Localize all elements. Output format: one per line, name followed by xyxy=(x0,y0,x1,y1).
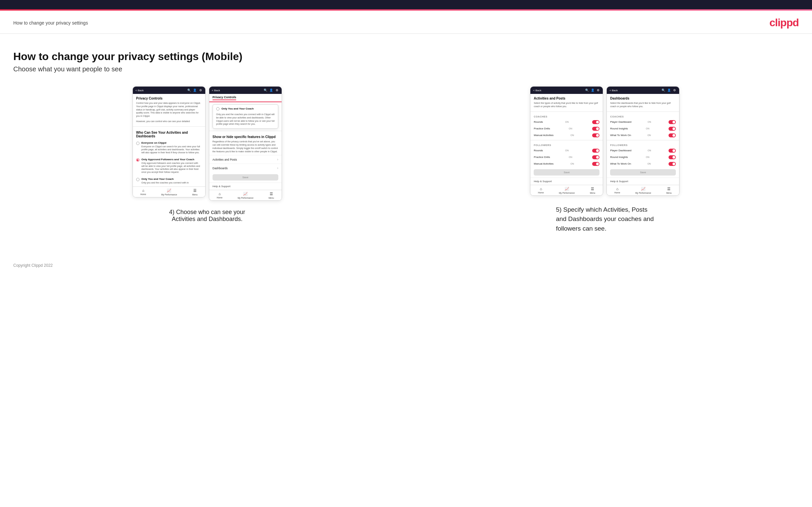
phone1-nav: ⌂ Home 📈 My Performance ☰ Menu xyxy=(133,186,205,197)
menu-icon-4: ☰ xyxy=(667,187,670,191)
phone4-nav-menu[interactable]: ☰ Menu xyxy=(666,187,671,194)
phone2-icons: 🔍 👤 ⚙ xyxy=(264,88,279,92)
radio-coach-only[interactable]: Only You and Your Coach Only you and the… xyxy=(133,175,205,186)
phone3-coaches-drills-label: Practice Drills xyxy=(534,127,550,130)
phone4-followers-round-insights: Round Insights ON xyxy=(607,154,679,161)
radio-approved[interactable]: Only Approved Followers and Your Coach O… xyxy=(133,156,205,175)
phone1-nav-menu[interactable]: ☰ Menu xyxy=(192,188,198,196)
settings-icon-4[interactable]: ⚙ xyxy=(672,88,676,92)
radio-approved-circle xyxy=(136,158,140,162)
search-icon[interactable]: 🔍 xyxy=(187,88,191,92)
phone3-back[interactable]: < Back xyxy=(533,89,541,92)
phone2-nav: ⌂ Home 📈 My Performance ☰ Menu xyxy=(209,190,282,201)
phone4-save[interactable]: Save xyxy=(610,169,676,175)
dashboards-label: Dashboards xyxy=(212,167,228,170)
phone4-back[interactable]: < Back xyxy=(609,89,618,92)
phone2-tab: Privacy Controls xyxy=(212,96,237,100)
phone3-coaches-drills-toggle[interactable] xyxy=(592,127,600,131)
phone2-popup: Only You and Your Coach Only you and the… xyxy=(212,104,278,129)
phone1-who-title: Who Can See Your Activities and Dashboar… xyxy=(133,128,205,139)
phone4-nav-perf-label: My Performance xyxy=(635,192,651,194)
phone4-body: Dashboards Select the dashboards that yo… xyxy=(607,94,679,185)
phone2-nav-perf[interactable]: 📈 My Performance xyxy=(238,192,253,199)
main-content: How to change your privacy settings (Mob… xyxy=(0,34,812,253)
phone3-coaches-manual-toggle[interactable] xyxy=(592,133,600,137)
settings-icon-3[interactable]: ⚙ xyxy=(596,88,600,92)
people-icon[interactable]: 👤 xyxy=(193,88,197,92)
phone3-nav-home[interactable]: ⌂ Home xyxy=(538,187,544,194)
phone3-nav-menu[interactable]: ☰ Menu xyxy=(590,187,595,194)
home-icon-2: ⌂ xyxy=(218,192,221,196)
popup-title: Only You and Your Coach xyxy=(221,107,254,110)
people-icon-4[interactable]: 👤 xyxy=(667,88,671,92)
phones-3-4: < Back 🔍 👤 ⚙ Activities and Posts Select… xyxy=(530,86,679,196)
phone4-nav-home-label: Home xyxy=(614,191,620,194)
phone3-coaches-label: COACHES xyxy=(530,113,603,119)
phone4-followers-wtwo-label: What To Work On xyxy=(610,162,631,165)
phone2-divider xyxy=(209,131,282,131)
phone2-body: Privacy Controls Only You and Your Coach… xyxy=(209,94,282,190)
phone4-coaches-round-insights: Round Insights ON xyxy=(607,125,679,132)
perf-icon-4: 📈 xyxy=(641,187,646,191)
phone3-followers-manual-on: ON xyxy=(570,163,574,165)
phone3-followers-manual-toggle[interactable] xyxy=(592,162,600,166)
phone2-show-hide-title: Show or hide specific features in Clippd xyxy=(209,132,282,140)
popup-radio: Only You and Your Coach xyxy=(216,107,275,111)
phone2-back[interactable]: < Back xyxy=(212,89,220,92)
phone1-nav-home[interactable]: ⌂ Home xyxy=(141,188,146,196)
phone3-followers-drills-toggle[interactable] xyxy=(592,155,600,159)
phone1-icons: 🔍 👤 ⚙ xyxy=(187,88,203,92)
phone1-topbar: < Back 🔍 👤 ⚙ xyxy=(133,87,205,94)
phone3-followers-drills-on: ON xyxy=(568,156,572,158)
phone3-coaches-rounds: Rounds ON xyxy=(530,119,603,125)
search-icon-2[interactable]: 🔍 xyxy=(264,88,268,92)
phone4-coaches-wtwo-toggle[interactable] xyxy=(668,133,676,137)
phone1-desc: Control how you and your data appears to… xyxy=(133,102,205,120)
phone3-nav: ⌂ Home 📈 My Performance ☰ Menu xyxy=(530,185,603,195)
radio-everyone[interactable]: Everyone on Clippd Everyone on Clippd ca… xyxy=(133,139,205,156)
phone2-nav-home[interactable]: ⌂ Home xyxy=(217,192,222,199)
phone2-nav-menu[interactable]: ☰ Menu xyxy=(269,192,274,199)
radio-approved-desc: Only approved followers and coaches you … xyxy=(142,162,202,174)
radio-everyone-circle xyxy=(136,142,140,145)
people-icon-3[interactable]: 👤 xyxy=(591,88,595,92)
phone-2: < Back 🔍 👤 ⚙ Privacy Controls xyxy=(209,86,282,201)
phone4-coaches-player-toggle[interactable] xyxy=(668,120,676,124)
caption-step5-line2: and Dashboards your coaches and xyxy=(556,215,654,222)
phone4-followers-ri-on: ON xyxy=(646,156,650,158)
phone4-title: Dashboards xyxy=(607,94,679,102)
phone4-nav-home[interactable]: ⌂ Home xyxy=(614,187,620,194)
phone4-followers-label: FOLLOWERS xyxy=(607,142,679,147)
settings-icon[interactable]: ⚙ xyxy=(199,88,203,92)
phone3-save[interactable]: Save xyxy=(534,169,600,175)
phone3-nav-home-label: Home xyxy=(538,191,544,194)
phone4-followers-player-dash: Player Dashboard ON xyxy=(607,147,679,154)
phone1-nav-perf[interactable]: 📈 My Performance xyxy=(161,188,177,196)
phone1-desc2: However, you can control who can see you… xyxy=(133,120,205,125)
phone1-back[interactable]: < Back xyxy=(136,89,144,92)
phone2-save[interactable]: Save xyxy=(212,174,278,180)
phone4-coaches-ri-toggle[interactable] xyxy=(668,127,676,131)
people-icon-2[interactable]: 👤 xyxy=(269,88,273,92)
phone3-followers-label: FOLLOWERS xyxy=(530,142,603,147)
phone2-dashboards-link[interactable]: Dashboards › xyxy=(209,164,282,172)
phone2-activities-link[interactable]: Activities and Posts › xyxy=(209,155,282,164)
phone3-followers-rounds-toggle[interactable] xyxy=(592,149,600,153)
phone3-coaches-manual: Manual Activities ON xyxy=(530,132,603,139)
phone4-followers-player-toggle[interactable] xyxy=(668,149,676,153)
settings-icon-2[interactable]: ⚙ xyxy=(275,88,279,92)
phone2-show-hide-desc: Regardless of the privacy controls that … xyxy=(209,140,282,155)
radio-coach-only-desc: Only you and the coaches you connect wit… xyxy=(142,181,189,184)
caption-step4: 4) Choose who can see your Activities an… xyxy=(161,209,254,223)
phone4-followers-wtwo-toggle[interactable] xyxy=(668,162,676,166)
phone4-divider2 xyxy=(607,140,679,140)
search-icon-4[interactable]: 🔍 xyxy=(661,88,665,92)
search-icon-3[interactable]: 🔍 xyxy=(585,88,589,92)
phone4-followers-ri-toggle[interactable] xyxy=(668,155,676,159)
chevron-right-icon-2: › xyxy=(277,166,278,170)
header: How to change your privacy settings clip… xyxy=(0,11,812,34)
phone3-nav-perf[interactable]: 📈 My Performance xyxy=(559,187,575,194)
popup-radio-circle xyxy=(216,107,219,111)
phone4-nav-perf[interactable]: 📈 My Performance xyxy=(635,187,651,194)
phone3-coaches-rounds-toggle[interactable] xyxy=(592,120,600,124)
